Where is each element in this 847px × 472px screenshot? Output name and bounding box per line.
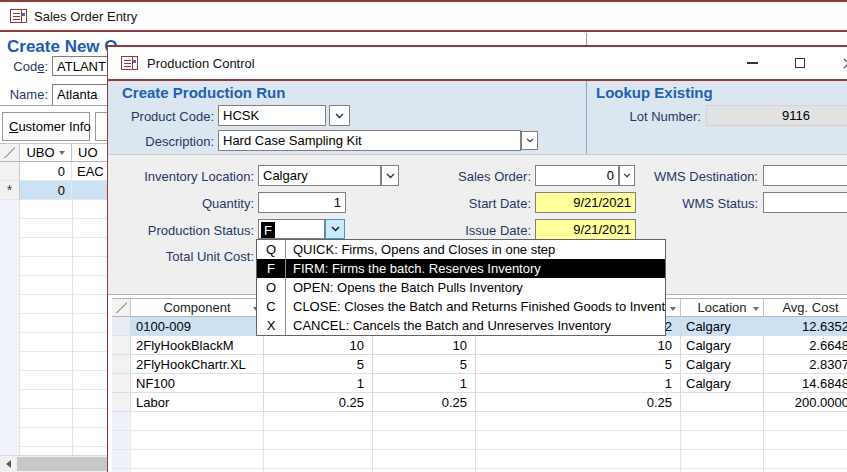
close-button[interactable] <box>832 51 847 75</box>
dropdown-option-firm-selected[interactable]: F FIRM: Firms the batch. Reserves Invent… <box>257 259 665 278</box>
product-code-field[interactable]: HCSK <box>218 105 326 126</box>
minimize-button[interactable] <box>736 51 768 75</box>
component-cell[interactable]: NF100 <box>131 374 264 393</box>
inventory-location-dropdown-button[interactable] <box>381 165 399 186</box>
bg-grid-header-ubo[interactable]: UBO <box>20 144 72 162</box>
avg-cost-cell[interactable]: 14.6848 <box>764 374 847 393</box>
avg-cost-column-header[interactable]: Avg. Cost <box>764 298 847 317</box>
row-selector[interactable] <box>112 431 131 450</box>
row-selector[interactable] <box>0 162 20 181</box>
dropdown-option-quick[interactable]: Q QUICK: Firms, Opens and Closes in one … <box>257 240 665 259</box>
inventory-location-field[interactable]: Calgary <box>258 165 381 186</box>
qty1-cell[interactable] <box>264 412 373 431</box>
table-empty-row[interactable] <box>112 431 847 450</box>
table-empty-row[interactable] <box>112 412 847 431</box>
code-field[interactable]: ATLANT <box>52 56 110 76</box>
location-cell[interactable]: Calgary <box>681 336 764 355</box>
component-column-header[interactable]: Component <box>131 298 264 317</box>
qty3-cell[interactable]: 5 <box>476 355 681 374</box>
new-record-icon[interactable]: * <box>0 181 20 200</box>
scrollbar-thumb[interactable] <box>17 457 107 471</box>
qty1-cell[interactable] <box>264 431 373 450</box>
qty1-cell[interactable]: 0.25 <box>264 393 373 412</box>
location-cell[interactable] <box>681 393 764 412</box>
row-selector[interactable] <box>112 374 131 393</box>
description-field[interactable]: Hard Case Sampling Kit <box>218 130 521 151</box>
component-cell[interactable]: Labor <box>131 393 264 412</box>
location-cell[interactable] <box>681 450 764 469</box>
qty3-cell[interactable] <box>476 431 681 450</box>
avg-cost-cell[interactable]: 12.6352 <box>764 317 847 336</box>
qty1-cell[interactable]: 1 <box>264 374 373 393</box>
qty1-cell[interactable]: 5 <box>264 355 373 374</box>
tab-customer-info[interactable]: Customer Info <box>2 112 90 141</box>
uom-cell[interactable]: EAC <box>72 162 110 181</box>
avg-cost-cell[interactable] <box>764 412 847 431</box>
row-selector[interactable] <box>112 317 131 336</box>
component-cell[interactable]: 2FlyHookBlackM <box>131 336 264 355</box>
table-row[interactable]: NF100 1 1 1 Calgary 14.6848 <box>112 374 847 393</box>
qty3-cell[interactable]: 1 <box>476 374 681 393</box>
avg-cost-cell[interactable]: 2.6648 <box>764 336 847 355</box>
lot-number-field[interactable]: 9116 <box>706 105 847 126</box>
component-cell[interactable] <box>131 431 264 450</box>
row-selector[interactable] <box>112 450 131 469</box>
maximize-button[interactable] <box>784 51 816 75</box>
component-cell[interactable] <box>131 450 264 469</box>
location-cell[interactable] <box>681 431 764 450</box>
wms-status-field[interactable] <box>763 192 847 213</box>
table-corner-cell[interactable] <box>112 298 131 317</box>
location-cell[interactable]: Calgary <box>681 374 764 393</box>
description-dropdown-button[interactable] <box>521 131 538 150</box>
qty3-cell[interactable] <box>476 412 681 431</box>
qty1-cell[interactable] <box>264 450 373 469</box>
avg-cost-cell[interactable]: 2.8307 <box>764 355 847 374</box>
qty2-cell[interactable]: 10 <box>373 336 476 355</box>
table-row[interactable]: Labor 0.25 0.25 0.25 200.0000 <box>112 393 847 412</box>
horizontal-scrollbar[interactable] <box>0 455 110 472</box>
ubo-cell[interactable]: 0 <box>20 181 72 200</box>
location-cell[interactable] <box>681 412 764 431</box>
table-empty-row[interactable] <box>112 450 847 469</box>
row-selector[interactable] <box>112 355 131 374</box>
row-selector[interactable] <box>112 412 131 431</box>
qty3-cell[interactable] <box>476 450 681 469</box>
qty1-cell[interactable]: 10 <box>264 336 373 355</box>
production-status-dropdown-button[interactable] <box>325 219 345 239</box>
dropdown-option-cancel[interactable]: X CANCEL: Cancels the Batch and Unreserv… <box>257 316 665 335</box>
location-column-header[interactable]: Location <box>681 298 764 317</box>
scrollbar-left-button[interactable] <box>0 456 17 472</box>
uom-cell[interactable] <box>72 181 110 200</box>
qty2-cell[interactable] <box>373 450 476 469</box>
component-cell[interactable] <box>131 412 264 431</box>
dropdown-option-open[interactable]: O OPEN: Opens the Batch Pulls Inventory <box>257 278 665 297</box>
bg-grid-header-uom[interactable]: UO <box>72 144 110 162</box>
location-cell[interactable]: Calgary <box>681 355 764 374</box>
component-cell[interactable]: 2FlyHookChartr.XL <box>131 355 264 374</box>
row-selector[interactable] <box>112 336 131 355</box>
qty2-cell[interactable]: 0.25 <box>373 393 476 412</box>
avg-cost-cell[interactable] <box>764 450 847 469</box>
qty2-cell[interactable]: 1 <box>373 374 476 393</box>
issue-date-field[interactable]: 9/21/2021 <box>535 219 636 240</box>
qty3-cell[interactable]: 10 <box>476 336 681 355</box>
avg-cost-cell[interactable]: 200.0000 <box>764 393 847 412</box>
bg-grid-corner-cell[interactable] <box>0 144 20 162</box>
production-status-field[interactable]: F <box>258 219 325 239</box>
quantity-field[interactable]: 1 <box>258 192 346 213</box>
wms-destination-field[interactable] <box>763 165 847 186</box>
table-row[interactable]: 0 EAC <box>0 162 110 181</box>
product-code-dropdown-button[interactable] <box>329 105 350 126</box>
table-row-selected[interactable]: * 0 <box>0 181 110 200</box>
ubo-cell[interactable]: 0 <box>20 162 72 181</box>
name-field[interactable]: Atlanta <box>52 84 110 106</box>
component-cell[interactable]: 0100-009 <box>131 317 264 336</box>
qty2-cell[interactable] <box>373 412 476 431</box>
avg-cost-cell[interactable] <box>764 431 847 450</box>
row-selector[interactable] <box>112 393 131 412</box>
dropdown-option-close[interactable]: C CLOSE: Closes the Batch and Returns Fi… <box>257 297 665 316</box>
qty2-cell[interactable]: 5 <box>373 355 476 374</box>
qty3-cell[interactable]: 0.25 <box>476 393 681 412</box>
table-row[interactable]: 2FlyHookBlackM 10 10 10 Calgary 2.6648 <box>112 336 847 355</box>
location-cell[interactable]: Calgary <box>681 317 764 336</box>
